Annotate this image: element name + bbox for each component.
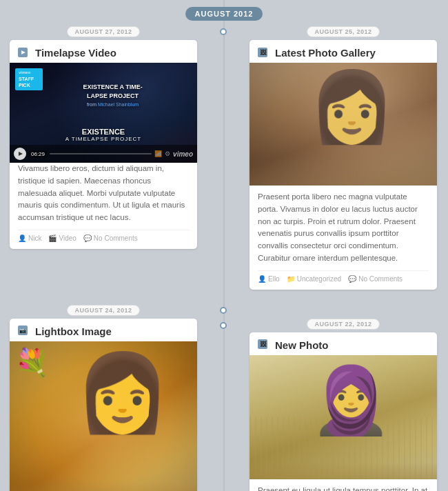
date-label-aug24: AUGUST 24, 2012 [10, 305, 210, 316]
video-controls[interactable]: 06:29 📶 ⚙ vimeo [10, 145, 197, 163]
gallery-meta: 👤 Ello 📁 Uncategorized 💬 No Comments [258, 270, 429, 284]
field-woman: 🧕 [310, 362, 392, 439]
date-label-aug27: AUGUST 27, 2012 [10, 26, 210, 37]
timelapse-meta: 👤 Nick 🎬 Video 💬 No Comments [18, 230, 189, 243]
category-icon: 🎬 [48, 234, 57, 242]
gallery-photo[interactable]: 👩 [250, 63, 437, 186]
timelapse-text: Vivamus libero eros, dictum id aliquam i… [18, 163, 189, 224]
gallery-comments: No Comments [358, 275, 403, 283]
video-thumbnail[interactable]: vimeo STAFF PICK EXISTENCE A TIME- LAPSE… [10, 63, 197, 163]
timeline-dot-3 [220, 322, 227, 329]
dot-aug22 [223, 322, 227, 329]
new-photo-image[interactable]: 🧕 [250, 355, 437, 479]
gallery-comment-icon: 💬 [348, 275, 356, 283]
signal-icon: 📶 [154, 150, 162, 157]
lightbox-title: Lightbox Image [35, 325, 112, 337]
timelapse-comments: No Comments [94, 234, 138, 242]
gallery-author: Ello [268, 275, 280, 283]
settings-icon: ⚙ [165, 150, 170, 157]
month-header: AUGUST 2012 [0, 0, 448, 26]
newphoto-text: Praesent eu ligula ut ligula tempus port… [258, 485, 429, 491]
new-photo-card: New Photo 🧕 Praesent eu ligula ut ligula… [250, 332, 437, 491]
vimeo-logo: vimeo [173, 150, 193, 158]
timelapse-category: Video [59, 234, 76, 242]
latest-photo-card: Latest Photo Gallery 👩 Praesent porta li… [237, 40, 437, 301]
month-badge: AUGUST 2012 [185, 7, 263, 21]
gallery-category-icon: 📁 [287, 275, 295, 283]
gallery-title: Latest Photo Gallery [275, 47, 376, 59]
gallery-type-icon [258, 48, 267, 57]
video-title-overlay: EXISTENCE A TIME- LAPSE PROJECT from Mic… [65, 83, 161, 108]
timeline-dot-1 [220, 28, 227, 35]
newphoto-type-icon [258, 339, 267, 349]
date-label-aug25: AUGUST 25, 2012 [237, 26, 437, 37]
timelapse-author: Nick [28, 234, 41, 242]
newphoto-title: New Photo [275, 339, 329, 351]
new-photo-card-wrapper: AUGUST 22, 2012 New Photo 🧕 [237, 319, 437, 491]
video-progress-bar[interactable] [50, 153, 152, 154]
lightbox-image-card: Lightbox Image 💐 👩 Duis auctor orci et o… [10, 319, 210, 491]
fashion-woman: 👩 [75, 348, 170, 437]
timeline-dot-2 [220, 307, 227, 314]
blue-flower: 💐 [15, 347, 50, 379]
timelapse-title: Timelapse Video [35, 47, 116, 59]
timelapse-video-card: Timelapse Video vimeo STAFF PICK EXISTEN… [10, 40, 210, 260]
comment-icon: 💬 [83, 234, 92, 242]
video-time: 06:29 [29, 150, 47, 158]
video-subtitle: EXISTENCE A TIMELAPSE PROJECT [65, 128, 141, 142]
play-button[interactable] [14, 148, 26, 160]
lightbox-type-icon [18, 325, 28, 335]
gallery-author-icon: 👤 [258, 275, 266, 283]
staff-pick-badge: vimeo STAFF PICK [15, 68, 43, 90]
date-label-aug22-right: AUGUST 22, 2012 [250, 319, 437, 330]
video-type-icon [18, 48, 28, 57]
page-wrapper: AUGUST 2012 AUGUST 27, 2012 AUGUST 25, 2… [0, 0, 448, 491]
gallery-text: Praesent porta libero nec magna vulputat… [258, 191, 429, 265]
gallery-category: Uncategorized [297, 275, 341, 283]
author-icon: 👤 [18, 234, 26, 242]
woman-portrait-emoji: 👩 [309, 66, 395, 148]
lightbox-photo[interactable]: 💐 👩 [10, 341, 197, 491]
